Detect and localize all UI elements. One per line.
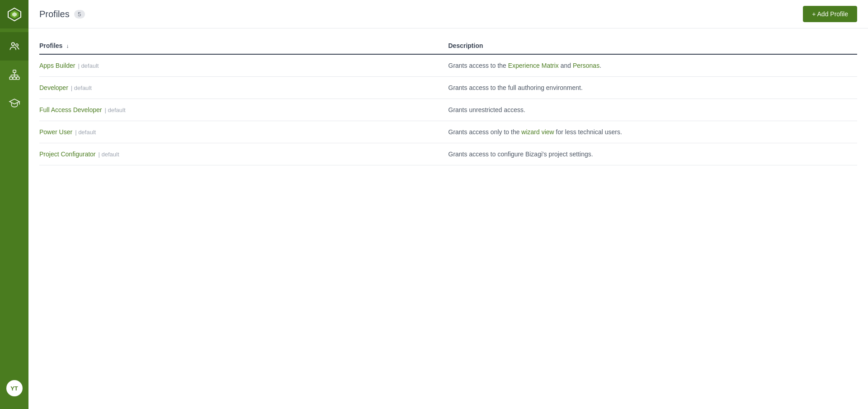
svg-rect-8 (16, 77, 19, 79)
sidebar-item-hierarchy[interactable] (0, 61, 28, 89)
sidebar: YT (0, 0, 28, 409)
profile-name-link[interactable]: Power User (39, 128, 72, 136)
profile-default-tag: | default (99, 151, 119, 158)
sidebar-item-roles[interactable] (0, 89, 28, 118)
sidebar-item-profiles[interactable] (0, 32, 28, 61)
content-area: Profiles ↓ Description Apps Builder| def… (28, 28, 868, 409)
profile-count-badge: 5 (74, 10, 85, 19)
profile-name-link[interactable]: Project Configurator (39, 150, 96, 158)
profile-description: Grants access to the full authoring envi… (448, 84, 583, 91)
profile-name-link[interactable]: Full Access Developer (39, 106, 102, 113)
col-profiles[interactable]: Profiles ↓ (39, 38, 448, 54)
main-content: Profiles 5 + Add Profile Profiles ↓ Desc… (28, 0, 868, 409)
header-title-group: Profiles 5 (39, 9, 85, 19)
profile-name-link[interactable]: Developer (39, 84, 68, 91)
profile-name-link[interactable]: Apps Builder (39, 62, 75, 69)
col-description: Description (448, 38, 858, 54)
table-header: Profiles ↓ Description (39, 38, 857, 54)
profile-default-tag: | default (75, 129, 96, 136)
svg-rect-7 (13, 77, 16, 79)
page-title: Profiles (39, 9, 70, 19)
profile-default-tag: | default (71, 85, 92, 91)
svg-point-3 (11, 42, 14, 46)
profile-default-tag: | default (78, 62, 99, 69)
svg-rect-6 (9, 77, 13, 79)
table-row: Developer| defaultGrants access to the f… (39, 77, 857, 99)
table-row: Apps Builder| defaultGrants access to th… (39, 54, 857, 77)
sidebar-nav (0, 28, 28, 380)
profile-description: Grants access to the Experience Matrix a… (448, 62, 602, 69)
table-row: Power User| defaultGrants access only to… (39, 121, 857, 143)
add-profile-button[interactable]: + Add Profile (803, 6, 857, 22)
avatar[interactable]: YT (6, 380, 23, 396)
svg-rect-5 (13, 70, 16, 72)
profiles-table: Profiles ↓ Description Apps Builder| def… (39, 38, 857, 165)
page-header: Profiles 5 + Add Profile (28, 0, 868, 28)
svg-point-4 (15, 44, 18, 46)
table-row: Full Access Developer| defaultGrants unr… (39, 99, 857, 121)
sort-icon: ↓ (66, 43, 69, 49)
profile-description: Grants unrestricted access. (448, 106, 525, 113)
profile-description: Grants access only to the wizard view fo… (448, 128, 622, 136)
table-body: Apps Builder| defaultGrants access to th… (39, 54, 857, 165)
profile-default-tag: | default (105, 107, 126, 113)
profile-description: Grants access to configure Bizagi's proj… (448, 150, 593, 158)
sidebar-bottom: YT (6, 380, 23, 409)
sidebar-logo[interactable] (0, 0, 28, 28)
table-row: Project Configurator| defaultGrants acce… (39, 143, 857, 165)
